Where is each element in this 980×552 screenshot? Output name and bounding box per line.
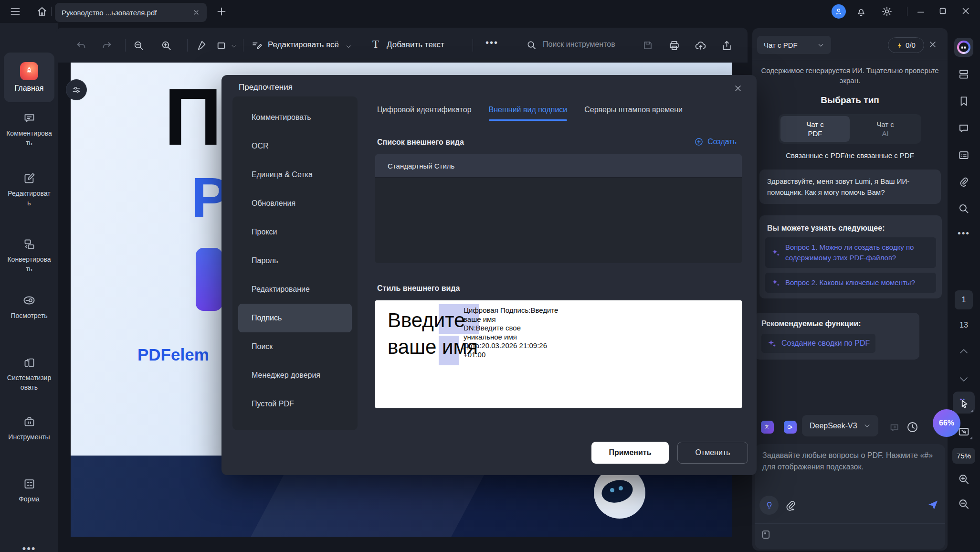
more-panels-icon[interactable]: ••• <box>958 228 970 239</box>
zoom-level-box[interactable]: 75% <box>952 448 975 464</box>
undo-icon[interactable] <box>75 40 87 51</box>
sidebar-item-edit[interactable]: Редактировать <box>0 172 58 208</box>
tab-close-icon[interactable] <box>192 9 200 16</box>
menu-item-comment[interactable]: Комментировать <box>238 103 352 132</box>
new-chat-icon[interactable] <box>887 422 900 434</box>
minimize-icon[interactable] <box>916 7 926 17</box>
sidebar-more-icon[interactable]: ••• <box>0 542 58 552</box>
appearance-style-title: Стиль внешнего вида <box>377 284 460 293</box>
zoom-in-icon[interactable] <box>160 40 172 52</box>
previous-page-icon[interactable] <box>958 346 969 357</box>
edit-all-label[interactable]: Редактировать всё <box>268 40 339 50</box>
chat-input-area[interactable]: Задавайте любые вопросы о PDF. Нажмите «… <box>755 444 945 549</box>
attachments-panel-icon[interactable] <box>958 176 970 189</box>
sidebar-item-view[interactable]: Посмотреть <box>0 294 58 321</box>
thumbnails-panel-icon[interactable] <box>958 68 970 80</box>
add-text-label[interactable]: Добавить текст <box>387 40 444 50</box>
lumi-ai-robot-icon[interactable] <box>954 38 973 57</box>
ai-cursor-tool-icon[interactable] <box>953 392 975 414</box>
home-icon[interactable] <box>36 6 48 17</box>
edit-all-icon[interactable] <box>251 40 263 52</box>
cancel-button[interactable]: Отменить <box>677 442 748 464</box>
suggestions-card: Вы можете узнать следующее: Вопрос 1. Мо… <box>759 215 942 298</box>
menu-item-updates[interactable]: Обновления <box>238 189 352 218</box>
chevron-down-icon <box>864 422 871 429</box>
next-page-icon[interactable] <box>958 373 969 385</box>
comments-panel-icon[interactable] <box>958 122 970 135</box>
menu-item-trust-manager[interactable]: Менеджер доверия <box>238 361 352 390</box>
close-window-icon[interactable] <box>960 6 971 16</box>
sidebar-item-organize[interactable]: Систематизировать <box>0 356 58 392</box>
sidebar-item-home[interactable]: Главная <box>4 53 54 102</box>
tab-digital-id[interactable]: Цифровой идентификатор <box>377 106 472 121</box>
recommended-item-pdf-summary[interactable]: Создание сводки по PDF <box>761 334 875 353</box>
chat-mode-dropdown[interactable]: Чат с PDF <box>757 36 831 54</box>
add-text-icon[interactable]: T <box>372 38 379 51</box>
sidebar-item-convert[interactable]: Конвертировать <box>0 238 58 274</box>
history-clock-icon[interactable] <box>906 421 919 434</box>
shape-rectangle-icon[interactable] <box>216 40 228 52</box>
redo-icon[interactable] <box>101 40 113 51</box>
apply-button[interactable]: Применить <box>591 442 669 464</box>
ai-assistant-app-icon[interactable] <box>784 421 797 434</box>
dialog-close-icon[interactable] <box>733 84 743 93</box>
highlighter-pen-icon[interactable] <box>195 40 207 52</box>
menu-item-ocr[interactable]: OCR <box>238 132 352 160</box>
fields-panel-icon[interactable] <box>958 149 970 161</box>
more-tools-icon[interactable]: ••• <box>485 37 498 48</box>
zoom-out-icon[interactable] <box>133 40 145 52</box>
sidebar-item-comment[interactable]: Комментировать <box>0 112 58 148</box>
suggested-question-1[interactable]: Вопрос 1. Можно ли создать сводку по сод… <box>765 237 936 268</box>
signature-tabs: Цифровой идентификатор Внешний вид подпи… <box>377 106 683 121</box>
search-tools-input[interactable]: Поиск инструментов <box>543 40 615 49</box>
notifications-bell-icon[interactable] <box>855 6 867 17</box>
create-appearance-button[interactable]: Создать <box>694 137 737 147</box>
sidebar-item-tools[interactable]: Инструменты <box>0 415 58 442</box>
document-tab[interactable]: Руководство ...ьзователя.pdf <box>55 3 207 22</box>
send-icon[interactable] <box>927 499 939 511</box>
appearance-list-row[interactable]: Стандартный Стиль <box>375 154 742 178</box>
menu-item-units-grid[interactable]: Единица & Сетка <box>238 160 352 189</box>
menu-item-password[interactable]: Пароль <box>238 246 352 275</box>
plus-circle-icon <box>694 137 704 147</box>
sidebar-item-form[interactable]: Форма <box>0 478 58 504</box>
prompt-ideas-button[interactable] <box>759 496 779 515</box>
page-zoom-in-icon[interactable] <box>958 473 970 486</box>
maximize-icon[interactable] <box>938 6 948 16</box>
menu-item-search[interactable]: Поиск <box>238 332 352 361</box>
menu-item-signature[interactable]: Подпись <box>238 304 352 332</box>
print-icon[interactable] <box>668 40 680 52</box>
current-page-box[interactable]: 1 <box>955 290 973 309</box>
share-export-icon[interactable] <box>721 40 733 52</box>
segment-chat-with-ai[interactable]: Чат с AI <box>851 116 920 142</box>
usage-percent-badge[interactable]: 66% <box>933 409 960 437</box>
menu-item-proxy[interactable]: Прокси <box>238 218 352 246</box>
new-tab-icon[interactable] <box>216 6 227 17</box>
search-panel-icon[interactable] <box>958 202 970 215</box>
cloud-upload-icon[interactable] <box>695 40 707 52</box>
menu-item-editing[interactable]: Редактирование <box>238 275 352 304</box>
attach-file-icon[interactable] <box>784 499 796 511</box>
settings-gear-icon[interactable] <box>881 6 893 17</box>
model-dropdown[interactable]: DeepSeek-V3 <box>802 415 878 436</box>
credits-badge[interactable]: 0/0 <box>888 37 924 53</box>
segment-chat-with-pdf[interactable]: Чат с PDF <box>780 116 850 142</box>
bookmarks-panel-icon[interactable] <box>958 95 970 107</box>
page-settings-button[interactable] <box>66 79 87 100</box>
avatar[interactable] <box>832 4 846 19</box>
page-zoom-out-icon[interactable] <box>958 498 970 510</box>
suggested-question-2[interactable]: Вопрос 2. Каковы ключевые моменты? <box>765 273 936 293</box>
dialog-title: Предпочтения <box>239 83 293 92</box>
chevron-down-icon[interactable] <box>231 43 237 49</box>
edit-icon <box>23 172 36 185</box>
save-icon[interactable] <box>642 40 653 51</box>
panel-close-icon[interactable] <box>928 40 938 49</box>
tab-timestamp-servers[interactable]: Серверы штампов времени <box>584 106 683 121</box>
search-icon[interactable] <box>526 40 537 51</box>
translate-app-icon[interactable] <box>761 421 774 434</box>
menu-item-blank-pdf[interactable]: Пустой PDF <box>238 390 352 418</box>
page-context-icon[interactable] <box>760 529 771 540</box>
chevron-down-icon[interactable] <box>346 43 352 50</box>
tab-signature-appearance[interactable]: Внешний вид подписи <box>489 106 568 121</box>
hamburger-menu-icon[interactable] <box>10 6 21 17</box>
